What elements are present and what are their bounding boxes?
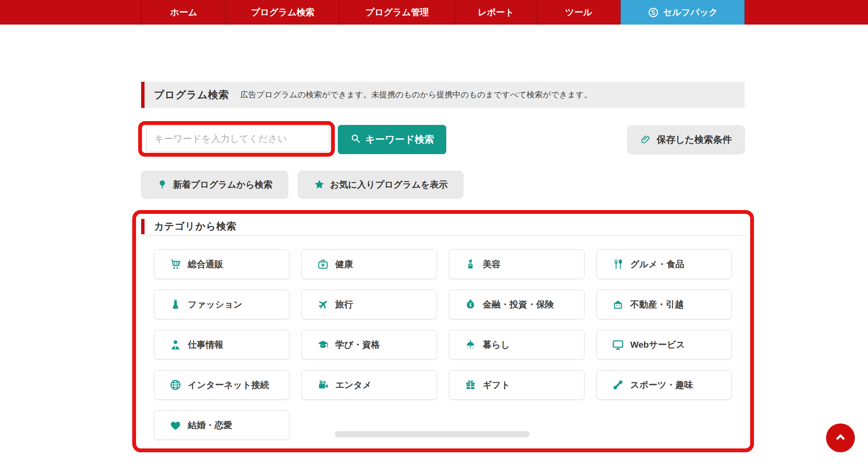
category-button-label: スポーツ・趣味 (630, 379, 693, 391)
nav-item-label: プログラム検索 (251, 6, 314, 18)
nav-item-label: セルフバック (663, 6, 718, 18)
gradcap-icon (316, 338, 330, 351)
plane-icon (316, 298, 330, 311)
favorite-programs-button-label: お気に入りプログラムを表示 (330, 179, 448, 191)
chevron-up-icon (833, 430, 848, 446)
new-programs-button[interactable]: 新着プログラムから検索 (141, 171, 288, 198)
category-button-label: 旅行 (335, 299, 353, 310)
category-button-label: エンタメ (335, 379, 372, 391)
favorite-programs-button[interactable]: お気に入りプログラムを表示 (298, 171, 463, 198)
category-button-label: グルメ・食品 (630, 258, 684, 270)
category-button-label: Webサービス (630, 339, 685, 351)
gift-icon (464, 379, 477, 391)
keyword-search-button[interactable]: キーワード検索 (338, 125, 446, 154)
saved-search-button[interactable]: 保存した検索条件 (627, 125, 745, 154)
category-button-label: 美容 (483, 258, 501, 270)
star-icon (314, 179, 325, 190)
category-button-label: 結婚・恋愛 (188, 419, 232, 431)
cutlery-icon (611, 258, 625, 271)
keyword-input[interactable] (146, 125, 329, 152)
nav-item-home[interactable]: ホーム (141, 0, 226, 25)
monitor-icon (611, 338, 625, 351)
moneybag-icon (464, 298, 477, 311)
category-button-marriage-love[interactable]: 結婚・恋愛 (154, 410, 289, 440)
nav-item-label: プログラム管理 (365, 6, 428, 18)
medkit-icon (316, 258, 330, 271)
category-button-label: 暮らし (483, 339, 510, 351)
main-nav: ホームプログラム検索プログラム管理レポートツールセルフバック (0, 0, 868, 25)
nav-item-program-manage[interactable]: プログラム管理 (339, 0, 455, 25)
nav-item-label: レポート (478, 6, 514, 18)
lipstick-icon (464, 258, 477, 271)
globe-icon (169, 379, 182, 391)
program-search-header: プログラム検索 広告プログラムの検索ができます。未提携のものから提携中のものまで… (141, 82, 745, 108)
selfback-logo-icon (648, 7, 659, 18)
paperclip-icon (640, 134, 651, 145)
category-search-header: カテゴリから検索 (141, 218, 747, 235)
category-button-living[interactable]: 暮らし (449, 330, 584, 360)
dumbbell-icon (611, 379, 625, 391)
cart-icon (169, 258, 182, 271)
red-accent-bar (141, 219, 145, 234)
category-button-finance-invest-insurance[interactable]: 金融・投資・保険 (449, 290, 584, 319)
page-title: プログラム検索 (154, 88, 229, 102)
pendant-light-icon (464, 338, 477, 351)
new-programs-button-label: 新着プログラムから検索 (173, 179, 272, 191)
category-button-label: 不動産・引越 (630, 299, 684, 310)
lightbulb-icon (157, 179, 168, 190)
nav-item-label: ツール (565, 6, 593, 18)
category-button-label: ファッション (188, 299, 242, 310)
search-icon (350, 133, 361, 147)
dress-icon (169, 298, 182, 311)
saved-search-button-label: 保存した検索条件 (657, 133, 732, 146)
category-button-sports-hobby[interactable]: スポーツ・趣味 (596, 370, 732, 400)
category-button-label: インターネット接続 (188, 379, 269, 391)
category-button-realestate-moving[interactable]: 不動産・引越 (596, 290, 732, 319)
category-button-fashion[interactable]: ファッション (154, 290, 289, 319)
page-description: 広告プログラムの検索ができます。未提携のものから提携中のものまですべて検索ができ… (240, 89, 592, 100)
house-icon (611, 298, 625, 311)
category-button-label: 仕事情報 (188, 339, 223, 351)
category-button-beauty[interactable]: 美容 (449, 249, 584, 279)
nav-item-tool[interactable]: ツール (537, 0, 620, 25)
category-button-label: 健康 (335, 258, 353, 270)
category-button-web-service[interactable]: Webサービス (596, 330, 732, 360)
category-button-gourmet-food[interactable]: グルメ・食品 (596, 249, 732, 279)
category-button-label: 総合通販 (188, 258, 223, 270)
nav-item-self-back[interactable]: セルフバック (620, 0, 745, 25)
category-search-title: カテゴリから検索 (154, 220, 236, 233)
category-button-label: 金融・投資・保険 (483, 299, 554, 310)
keyword-search-button-label: キーワード検索 (365, 133, 434, 146)
category-button-gift[interactable]: ギフト (449, 370, 584, 400)
category-button-general-mall[interactable]: 総合通販 (154, 249, 289, 279)
category-button-travel[interactable]: 旅行 (301, 290, 437, 319)
person-icon (169, 338, 182, 351)
nav-item-report[interactable]: レポート (455, 0, 537, 25)
category-grid: 総合通販健康美容グルメ・食品ファッション旅行金融・投資・保険不動産・引越仕事情報… (154, 249, 732, 440)
category-button-label: 学び・資格 (335, 339, 380, 351)
scroll-to-top-button[interactable] (826, 423, 855, 452)
nav-item-program-search[interactable]: プログラム検索 (226, 0, 339, 25)
movie-camera-icon (316, 379, 330, 391)
heart-icon (169, 419, 182, 432)
category-button-entertainment[interactable]: エンタメ (301, 370, 437, 400)
category-button-job-info[interactable]: 仕事情報 (154, 330, 289, 360)
category-button-label: ギフト (483, 379, 510, 391)
category-button-health[interactable]: 健康 (301, 249, 437, 279)
category-button-internet[interactable]: インターネット接続 (154, 370, 289, 400)
category-button-learning-license[interactable]: 学び・資格 (301, 330, 437, 360)
horizontal-scrollbar[interactable] (335, 431, 530, 437)
nav-item-label: ホーム (170, 6, 198, 18)
